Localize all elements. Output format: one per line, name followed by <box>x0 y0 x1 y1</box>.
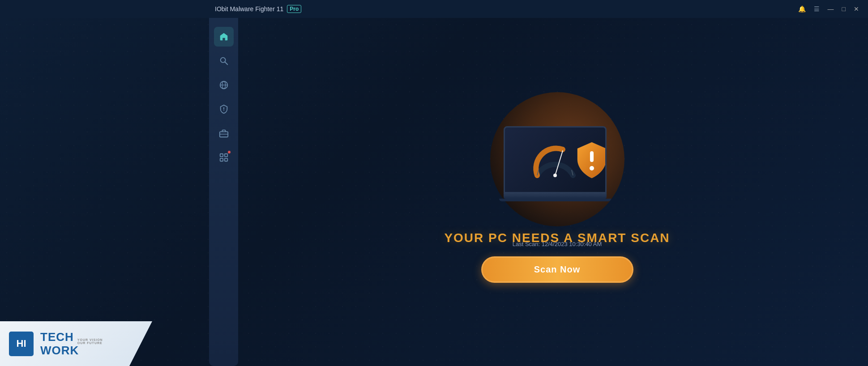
shield-overlay <box>574 140 607 179</box>
logo-letter: HI <box>17 339 26 349</box>
svg-rect-10 <box>224 154 227 157</box>
svg-rect-11 <box>220 158 222 161</box>
title-bar: IObit Malware Fighter 11 Pro 🔔 ☰ — □ ✕ <box>0 0 868 18</box>
maximize-button[interactable]: □ <box>842 5 846 13</box>
pro-badge: Pro <box>287 5 301 13</box>
svg-rect-9 <box>220 154 222 157</box>
logo-box: HI <box>9 332 34 356</box>
svg-rect-17 <box>590 151 594 162</box>
laptop-screen <box>504 126 607 193</box>
svg-point-0 <box>220 58 225 63</box>
title-bar-controls: 🔔 ☰ — □ ✕ <box>798 5 859 13</box>
sidebar-item-shield[interactable] <box>214 99 234 119</box>
sidebar <box>209 18 238 366</box>
hero-illustration <box>486 101 629 217</box>
watermark-bg: HI TECH YOUR VISION OUR FUTURE WORK <box>0 321 152 366</box>
menu-icon[interactable]: ☰ <box>814 5 820 13</box>
center-content: YOUR PC NEEDS A SMART SCAN Last Scan: 12… <box>246 18 868 366</box>
svg-point-18 <box>590 166 594 170</box>
main-area: YOUR PC NEEDS A SMART SCAN Last Scan: 12… <box>0 18 868 366</box>
headline-section: YOUR PC NEEDS A SMART SCAN Last Scan: 12… <box>444 231 670 247</box>
logo-tagline1: YOUR VISION <box>77 338 103 341</box>
svg-point-6 <box>223 110 224 111</box>
logo-text: TECH YOUR VISION OUR FUTURE WORK <box>40 331 103 356</box>
svg-point-14 <box>553 174 557 177</box>
notification-dot <box>227 150 231 154</box>
app-title: IObit Malware Fighter 11 <box>215 5 283 13</box>
sidebar-item-tools[interactable] <box>214 123 234 143</box>
sidebar-item-home[interactable] <box>214 27 234 47</box>
sidebar-item-apps[interactable] <box>214 148 234 167</box>
laptop-base <box>504 193 607 199</box>
scan-now-button[interactable]: Scan Now <box>481 256 633 283</box>
gauge-chart <box>530 140 580 180</box>
logo-tech: TECH <box>40 331 74 343</box>
minimize-button[interactable]: — <box>828 5 834 13</box>
watermark-logo: HI TECH YOUR VISION OUR FUTURE WORK <box>0 321 152 366</box>
svg-line-1 <box>225 62 227 65</box>
sidebar-item-protection[interactable] <box>214 75 234 95</box>
laptop-foot <box>499 199 611 201</box>
logo-work: WORK <box>40 345 103 356</box>
close-button[interactable]: ✕ <box>854 5 859 13</box>
title-bar-left: IObit Malware Fighter 11 Pro <box>215 5 301 13</box>
logo-tagline2: OUR FUTURE <box>77 341 103 345</box>
sidebar-item-scan[interactable] <box>214 51 234 71</box>
notification-icon[interactable]: 🔔 <box>798 5 806 13</box>
svg-rect-12 <box>224 158 227 161</box>
